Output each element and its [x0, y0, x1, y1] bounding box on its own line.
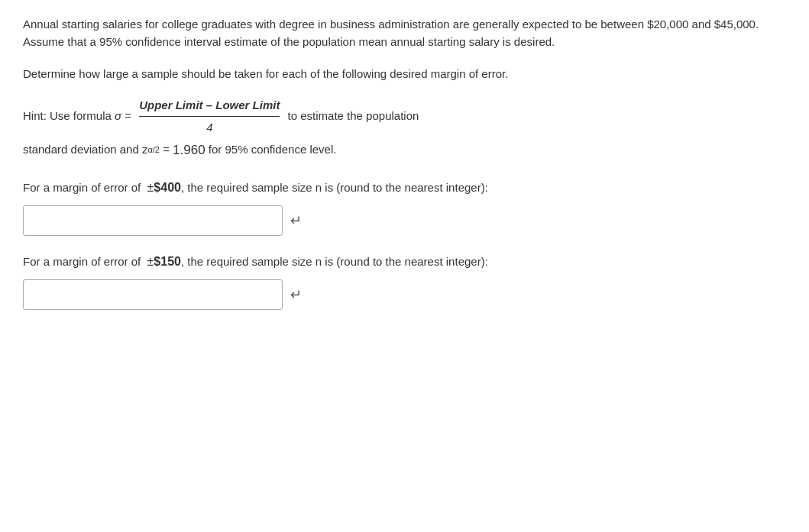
formula-fraction: Upper Limit – Lower Limit 4 — [139, 96, 280, 137]
second-line-prefix: standard deviation and z — [23, 140, 147, 159]
determine-text: Determine how large a sample should be t… — [23, 67, 508, 80]
hint-section: Hint: Use formula σ = Upper Limit – Lowe… — [23, 96, 786, 160]
second-line-suffix: for 95% confidence level. — [209, 140, 337, 159]
q1-prefix: For a margin of error of — [23, 181, 141, 194]
q1-amount: $400 — [154, 181, 181, 194]
hint-line-2: standard deviation and zα/2 = 1.960 for … — [23, 140, 786, 160]
question1-section: For a margin of error of ±$400, the requ… — [23, 179, 786, 236]
question2-input[interactable] — [23, 279, 283, 310]
question1-input[interactable] — [23, 205, 283, 236]
question2-input-row: ↵ — [23, 279, 786, 310]
formula-numerator: Upper Limit – Lower Limit — [139, 96, 280, 117]
equals2-symbol: = — [163, 140, 170, 159]
formula-denominator: 4 — [206, 117, 212, 137]
hint-suffix: to estimate the population — [288, 107, 419, 125]
hint-prefix: Hint: Use formula — [23, 107, 112, 125]
q1-suffix: , the required sample size n is (round t… — [181, 181, 488, 194]
question2-section: For a margin of error of ±$150, the requ… — [23, 253, 786, 310]
question2-check-icon[interactable]: ↵ — [290, 286, 302, 303]
question1-input-row: ↵ — [23, 205, 786, 236]
hint-line-1: Hint: Use formula σ = Upper Limit – Lowe… — [23, 96, 786, 137]
question2-text: For a margin of error of ±$150, the requ… — [23, 253, 786, 272]
q2-suffix: , the required sample size n is (round t… — [181, 255, 488, 268]
q2-prefix: For a margin of error of — [23, 255, 141, 268]
intro-text: Annual starting salaries for college gra… — [23, 18, 759, 48]
z-subscript: α/2 — [147, 143, 160, 157]
question1-check-icon[interactable]: ↵ — [290, 212, 302, 229]
determine-paragraph: Determine how large a sample should be t… — [23, 65, 786, 82]
question1-text: For a margin of error of ±$400, the requ… — [23, 179, 786, 198]
q2-amount: $150 — [154, 255, 181, 268]
sigma-symbol: σ — [115, 107, 121, 125]
equals-symbol: = — [125, 107, 131, 125]
intro-paragraph: Annual starting salaries for college gra… — [23, 15, 786, 51]
z-value: 1.960 — [173, 140, 205, 160]
